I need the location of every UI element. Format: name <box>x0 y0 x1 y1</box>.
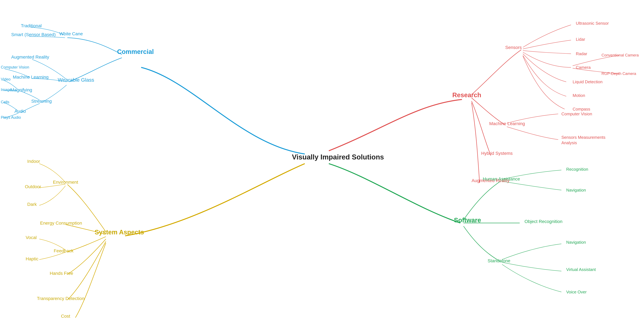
machine-learning-research-label: Machine Learning <box>489 121 525 126</box>
energy-consumption-label: Energy Consumption <box>40 220 82 226</box>
navigation-human-assistance-label: Navigation <box>566 188 586 193</box>
conventional-camera-label: Conventional Camera <box>602 53 639 58</box>
outdoor-label: Outdoor <box>25 184 41 189</box>
center-node: Visually Impaired Solutions <box>292 152 384 162</box>
software-label: Software <box>454 216 481 224</box>
system-aspects-label: System Aspects <box>95 228 144 236</box>
radar-label: Radar <box>576 51 587 56</box>
center-label: Visually Impaired Solutions <box>292 153 384 161</box>
lidar-label: Lidar <box>576 37 585 42</box>
streaming-label: Streaming <box>31 99 52 104</box>
audio-label: Audio <box>14 109 26 114</box>
sensors-label: Sensors <box>505 45 522 50</box>
magnifying-label: Magnifying <box>10 88 32 92</box>
commercial-label: Commercial <box>117 48 154 55</box>
environment-label: Environment <box>53 180 78 185</box>
machine-learning-commercial-label: Machine Learning <box>13 74 48 80</box>
smart-sensor-label: Smart (Sensor Based) <box>11 32 56 37</box>
camera-label: Camera <box>576 65 590 70</box>
augmented-reality-commercial-label: Augmented Reality <box>11 54 49 60</box>
traditional-label: Traditional <box>21 23 42 28</box>
indoor-label: Indoor <box>27 159 40 164</box>
feedback-label: Feedback <box>54 248 74 254</box>
compass-label: Compass <box>572 107 590 112</box>
plays-audio-label: Plays Audio <box>1 115 21 120</box>
virtual-assistant-label: Virtual Assistant <box>566 267 596 272</box>
hybrid-systems-label: Hybrid Systems <box>481 151 513 156</box>
computer-vision-research-label: Computer Vision <box>562 112 592 116</box>
vocal-label: Vocal <box>26 235 37 240</box>
white-cane-label: White Cane <box>59 31 83 36</box>
sensors-measurements-analysis-label: Sensors MeasurementsAnalysis <box>562 135 610 146</box>
human-assistance-label: Human Assistance <box>483 176 520 182</box>
computer-vision-commercial-label: Computer Vision <box>1 65 29 70</box>
calls-label: Calls <box>1 100 9 104</box>
navigation-standalone-label: Navigation <box>566 240 586 245</box>
object-recognition-label: Object Recognition <box>524 219 562 224</box>
image-label: Image <box>1 88 12 92</box>
liquid-detection-label: Liquid Detection <box>572 80 602 84</box>
haptic-label: Haptic <box>26 256 38 262</box>
standalone-label: Standalone <box>488 258 510 264</box>
voice-over-label: Voice Over <box>566 290 586 294</box>
rgp-depth-camera-label: RGP-Depth Camera <box>602 72 636 76</box>
dark-label: Dark <box>27 202 37 207</box>
cost-label: Cost <box>61 314 70 319</box>
video-label: Video <box>1 77 10 82</box>
wearable-glass-label: Wearable Glass <box>58 77 94 83</box>
research-label: Research <box>452 92 481 99</box>
recognition-label: Recognition <box>566 167 588 172</box>
transparency-detection-label: Transparency Detection <box>37 296 84 301</box>
ultrasonic-sensor-label: Ultrasonic Sensor <box>576 21 609 26</box>
hands-free-label: Hands Free <box>50 271 73 276</box>
motion-label: Motion <box>572 93 585 98</box>
